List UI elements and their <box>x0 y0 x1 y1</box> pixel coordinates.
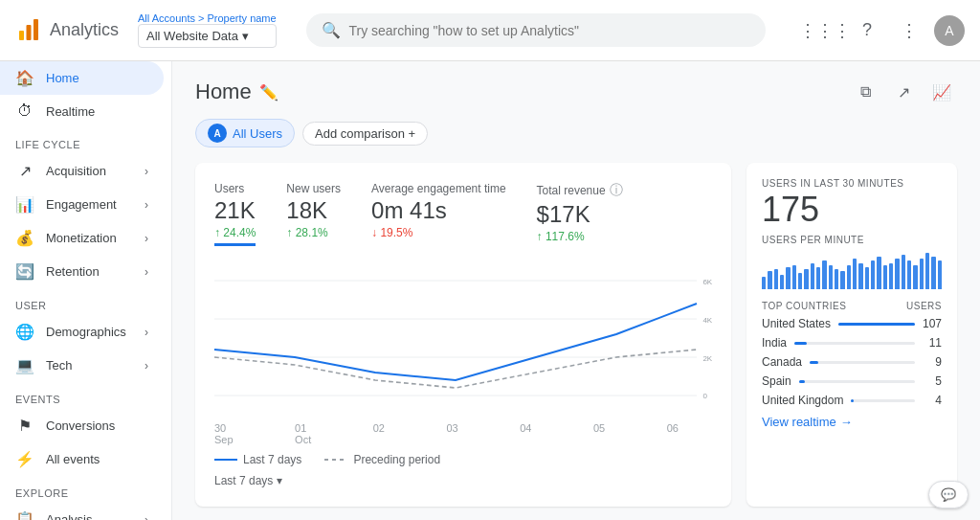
mini-bar <box>811 263 814 289</box>
chart-icon: 📈 <box>932 83 951 102</box>
mini-bar <box>804 269 808 289</box>
realtime-count: 175 <box>762 192 942 227</box>
apps-icon: ⋮⋮⋮ <box>799 20 851 41</box>
country-count: 4 <box>923 394 942 407</box>
main-content: Home ✏️ ⧉ ↗ 📈 A All Users <box>172 61 980 520</box>
users-per-minute-label: USERS PER MINUTE <box>762 235 942 245</box>
mini-bar-chart <box>762 251 942 289</box>
share-btn[interactable]: ↗ <box>888 77 919 107</box>
property-selector[interactable]: All Website Data ▾ <box>138 24 277 48</box>
sidebar-item-home[interactable]: 🏠 Home <box>0 61 164 95</box>
all-users-chip[interactable]: A All Users <box>195 119 295 147</box>
sidebar-item-retention-label: Retention <box>46 264 100 279</box>
metric-new-users[interactable]: New users 18K ↑ 28.1% <box>286 182 341 246</box>
chevron-right-icon3: › <box>145 232 148 245</box>
mini-bar <box>931 257 935 289</box>
country-bar <box>851 399 854 402</box>
country-row: Spain 5 <box>762 374 942 388</box>
sidebar-item-realtime[interactable]: ⏱ Realtime <box>0 95 164 127</box>
mini-bar <box>938 260 942 289</box>
metric-revenue[interactable]: Total revenue ⓘ $17K ↑ 117.6% <box>537 182 623 246</box>
chart-card: Users 21K ↑ 24.4% New users 18K ↑ 28.1% … <box>195 163 731 507</box>
chevron-right-icon2: › <box>145 198 148 212</box>
share-report-btn[interactable]: ⧉ <box>850 77 880 107</box>
sidebar-item-conversions[interactable]: ⚑ Conversions <box>0 409 164 442</box>
add-comparison-btn[interactable]: Add comparison + <box>302 122 428 146</box>
sidebar-item-acquisition-label: Acquisition <box>46 164 106 178</box>
more-vertical-icon: ⋮ <box>901 20 918 41</box>
sidebar-item-demographics[interactable]: 🌐 Demographics › <box>0 315 164 349</box>
breadcrumb-text: All Accounts > Property name <box>138 12 277 24</box>
sidebar-item-analysis[interactable]: 📋 Analysis › <box>0 503 164 520</box>
revenue-info-icon[interactable]: ⓘ <box>610 182 623 199</box>
chevron-right-icon4: › <box>145 265 148 279</box>
sidebar-item-tech-label: Tech <box>46 358 72 373</box>
svg-rect-0 <box>19 31 24 40</box>
page-actions: ⧉ ↗ 📈 <box>850 77 957 107</box>
metric-engagement[interactable]: Average engagement time 0m 41s ↓ 19.5% <box>371 182 506 246</box>
country-bar <box>810 361 818 364</box>
country-count: 9 <box>923 355 942 369</box>
arrow-right-icon: → <box>840 415 853 429</box>
legend-preceding: Preceding period <box>324 453 440 466</box>
sidebar-item-monetization[interactable]: 💰 Monetization › <box>0 221 164 255</box>
comparison-bar: A All Users Add comparison + <box>195 119 957 147</box>
segment-avatar: A <box>208 124 227 143</box>
acquisition-icon: ↗ <box>15 162 34 180</box>
mini-bar <box>768 271 771 289</box>
search-input[interactable] <box>348 23 750 38</box>
insights-btn[interactable]: 📈 <box>926 77 957 107</box>
svg-text:6K: 6K <box>702 278 712 286</box>
sidebar-item-acquisition[interactable]: ↗ Acquisition › <box>0 154 164 188</box>
metric-users-change: ↑ 24.4% <box>214 226 256 239</box>
mini-bar <box>895 259 899 289</box>
sidebar-item-retention[interactable]: 🔄 Retention › <box>0 255 164 288</box>
metric-users[interactable]: Users 21K ↑ 24.4% <box>214 182 256 246</box>
metric-users-label: Users <box>214 182 256 195</box>
country-name: United States <box>762 317 831 330</box>
legend-last7: Last 7 days <box>214 453 301 466</box>
sidebar-item-analysis-label: Analysis <box>46 512 92 520</box>
sidebar-item-engagement-label: Engagement <box>46 197 117 212</box>
view-realtime-link[interactable]: View realtime → <box>762 415 942 429</box>
country-bar-wrap <box>851 399 915 402</box>
logo-area: Analytics <box>15 17 119 44</box>
page-edit-icon[interactable]: ✏️ <box>259 83 278 102</box>
country-bar-wrap <box>799 380 915 383</box>
mini-bar <box>871 260 875 289</box>
mini-bar <box>902 255 905 289</box>
mini-bar <box>858 263 862 289</box>
sidebar-item-engagement[interactable]: 📊 Engagement › <box>0 188 164 221</box>
mini-bar <box>774 269 778 289</box>
chart-area: 6K 4K 2K 0 <box>214 261 712 415</box>
sidebar-item-home-label: Home <box>46 71 79 85</box>
country-bar-wrap <box>838 323 915 326</box>
metric-revenue-change: ↑ 117.6% <box>537 230 623 243</box>
country-bar <box>794 342 807 345</box>
sidebar-item-tech[interactable]: 💻 Tech › <box>0 349 164 382</box>
mini-bar <box>816 267 820 289</box>
help-icon-btn[interactable]: ? <box>850 13 884 48</box>
legend-line-dashed <box>324 459 347 461</box>
avatar[interactable]: A <box>934 15 965 46</box>
apps-icon-btn[interactable]: ⋮⋮⋮ <box>808 13 842 48</box>
retention-icon: 🔄 <box>15 262 34 281</box>
sidebar: 🏠 Home ⏱ Realtime LIFE CYCLE ↗ Acquisiti… <box>0 61 172 520</box>
metric-users-value: 21K <box>214 197 256 224</box>
chart-x-labels: 30Sep 01Oct 02 03 04 05 06 <box>214 422 679 445</box>
demographics-icon: 🌐 <box>15 323 34 341</box>
feedback-icon: 💬 <box>941 487 956 502</box>
header-actions: ⋮⋮⋮ ? ⋮ A <box>808 13 965 48</box>
search-bar[interactable]: 🔍 <box>306 13 766 47</box>
chart-range-label: Last 7 days <box>214 474 273 487</box>
feedback-button[interactable]: 💬 <box>928 481 969 509</box>
country-name: United Kingdom <box>762 394 843 407</box>
sidebar-item-all-events[interactable]: ⚡ All events <box>0 442 164 476</box>
metric-new-users-change: ↑ 28.1% <box>286 226 341 239</box>
country-bar <box>799 380 805 383</box>
mini-bar <box>907 260 911 289</box>
more-icon-btn[interactable]: ⋮ <box>892 13 926 48</box>
explore-section-label: EXPLORE <box>0 476 171 503</box>
svg-text:0: 0 <box>702 392 707 400</box>
chart-range-selector[interactable]: Last 7 days ▾ <box>214 474 712 487</box>
